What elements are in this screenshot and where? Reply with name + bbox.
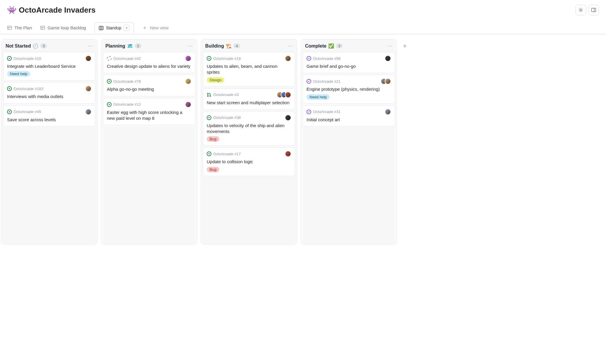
caret-down-icon: ▾ (126, 26, 127, 29)
gear-icon (578, 7, 583, 13)
avatar (285, 114, 291, 121)
card-reference: OctoArcade #17 (213, 152, 241, 156)
card-assignees (385, 55, 391, 62)
card-title: Easter egg with high score unlocking a n… (107, 109, 191, 122)
card-labels: Design (207, 77, 291, 83)
column-emoji: 🕘 (33, 43, 38, 49)
column-menu-button[interactable]: ··· (88, 43, 93, 49)
column-count: 4 (233, 43, 240, 48)
card-title: Initial concept art (307, 117, 391, 123)
card-reference: OctoArcade #21 (313, 79, 341, 84)
card-reference: OctoArcade #56 (313, 56, 341, 61)
tab-label: New view (150, 25, 169, 30)
column-cards: OctoArcade #10Integrate with Leaderboard… (3, 51, 96, 127)
card-reference: OctoArcade #79 (113, 79, 141, 84)
issue-card[interactable]: OctoArcade #183Interviews with media out… (3, 82, 95, 103)
kebab-icon: ··· (287, 43, 293, 49)
card-assignees (277, 92, 291, 98)
column-menu-button[interactable]: ··· (387, 43, 393, 49)
kebab-icon: ··· (188, 43, 193, 49)
issue-closed-icon (307, 79, 311, 84)
table-icon (40, 25, 45, 30)
column-header: Not Started🕘3··· (3, 41, 96, 51)
card-assignees (85, 55, 92, 62)
issue-label: Bug (207, 136, 219, 142)
board-column: Building🏗️4···OctoArcade #19Updates to a… (201, 39, 297, 245)
column-count: 3 (40, 43, 47, 48)
column-header: Complete✅3··· (302, 41, 395, 51)
card-reference: OctoArcade #183 (14, 87, 43, 91)
column-menu-button[interactable]: ··· (188, 43, 193, 49)
issue-card[interactable]: OctoArcade #42Creative design update to … (103, 52, 195, 73)
column-title: Planning (105, 43, 125, 49)
tab-dropdown-button[interactable]: ▾ (124, 25, 129, 31)
issue-closed-icon (307, 109, 311, 114)
card-assignees (185, 55, 191, 62)
svg-rect-3 (8, 26, 12, 29)
tab-new-view[interactable]: ＋ New view (142, 21, 169, 34)
column-cards: OctoArcade #56Game brief and go-no-goOct… (302, 51, 395, 127)
settings-button[interactable] (575, 5, 586, 15)
issue-card[interactable]: OctoArcade #38Updates to velocity of the… (203, 111, 295, 146)
card-assignees (185, 101, 191, 108)
avatar (285, 55, 291, 62)
column-menu-button[interactable]: ··· (287, 43, 293, 49)
card-assignees (385, 109, 391, 115)
avatar (185, 55, 191, 62)
card-title: Integrate with Leaderboard Service (7, 63, 92, 69)
card-reference: OctoArcade #19 (213, 56, 241, 61)
column-emoji: ✅ (328, 43, 334, 49)
board-column: Planning🗺️3···OctoArcade #42Creative des… (101, 39, 197, 245)
issue-card[interactable]: OctoArcade #3New start screen and multip… (203, 88, 295, 109)
issue-label: Need help (7, 71, 30, 77)
tab-plan[interactable]: The Plan (7, 22, 32, 33)
card-reference: OctoArcade #38 (213, 115, 241, 120)
card-reference: OctoArcade #45 (14, 109, 41, 114)
column-emoji: 🗺️ (127, 43, 133, 49)
column-emoji: 🏗️ (226, 43, 232, 49)
column-title: Not Started (6, 43, 31, 49)
issue-label: Bug (207, 167, 219, 172)
svg-point-13 (207, 95, 208, 97)
column-cards: OctoArcade #42Creative design update to … (102, 51, 196, 126)
column-header: Planning🗺️3··· (102, 41, 196, 51)
kebab-icon: ··· (387, 43, 393, 49)
issue-open-icon (207, 56, 211, 61)
card-assignees (285, 55, 291, 62)
issue-open-icon (7, 109, 12, 114)
avatar (85, 55, 92, 62)
issue-open-icon (207, 151, 211, 156)
issue-card[interactable]: OctoArcade #17Update to collision logicB… (203, 147, 295, 176)
issue-card[interactable]: OctoArcade #79Alpha go-no-go meeting (103, 75, 195, 96)
issue-card[interactable]: OctoArcade #56Game brief and go-no-go (303, 52, 395, 73)
issue-open-icon (107, 79, 112, 84)
issue-draft-icon (107, 56, 112, 61)
issue-card[interactable]: OctoArcade #31Initial concept art (303, 105, 395, 127)
kanban-board: Not Started🕘3···OctoArcade #10Integrate … (0, 34, 606, 249)
card-assignees (85, 85, 92, 92)
svg-point-0 (580, 9, 582, 11)
avatar (385, 109, 391, 115)
board-column: Not Started🕘3···OctoArcade #10Integrate … (1, 39, 97, 245)
avatar (185, 101, 191, 108)
issue-card[interactable]: OctoArcade #10Integrate with Leaderboard… (3, 52, 95, 80)
tab-backlog[interactable]: Game loop Backlog (40, 22, 86, 33)
avatar (85, 85, 92, 92)
avatar (285, 92, 291, 98)
issue-card[interactable]: OctoArcade #21Engine prototype (physics,… (303, 75, 395, 103)
issue-card[interactable]: OctoArcade #12Easter egg with high score… (103, 98, 195, 125)
avatar (385, 55, 391, 62)
card-title: New start screen and multiplayer selecti… (207, 100, 291, 106)
panel-toggle-button[interactable] (588, 5, 599, 15)
issue-card[interactable]: OctoArcade #45Save score across levels (3, 105, 95, 127)
card-labels: Need help (307, 94, 391, 100)
issue-card[interactable]: OctoArcade #19Updates to alien, beam, an… (203, 52, 295, 87)
card-title: Alpha go-no-go meeting (107, 86, 191, 92)
kebab-icon: ··· (88, 43, 93, 49)
avatar (85, 109, 92, 115)
column-title: Building (205, 43, 224, 49)
tab-standup[interactable]: Standup ▾ (94, 22, 134, 33)
card-labels: Bug (207, 167, 291, 172)
column-title: Complete (305, 43, 326, 49)
add-column-button[interactable]: ＋ (400, 39, 409, 50)
